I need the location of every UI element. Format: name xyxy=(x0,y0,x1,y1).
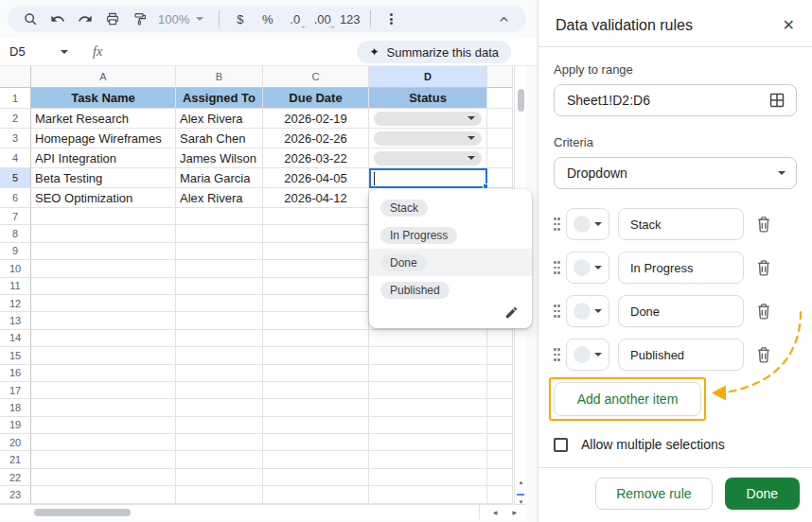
row-header-11[interactable]: 11 xyxy=(0,278,31,295)
empty-cell[interactable] xyxy=(263,469,369,486)
empty-cell[interactable] xyxy=(369,434,487,451)
row-header-14[interactable]: 14 xyxy=(0,330,31,347)
empty-cell[interactable] xyxy=(31,330,176,347)
row-header-3[interactable]: 3 xyxy=(0,129,31,148)
empty-cell[interactable] xyxy=(176,347,263,364)
drag-handle-icon[interactable] xyxy=(554,303,561,319)
delete-item-icon[interactable] xyxy=(756,216,771,233)
empty-cell[interactable] xyxy=(31,382,176,399)
drag-handle-icon[interactable] xyxy=(554,216,561,232)
empty-cell[interactable] xyxy=(487,469,513,486)
print-icon[interactable] xyxy=(99,7,125,31)
empty-cell[interactable] xyxy=(176,486,263,503)
row-header-16[interactable]: 16 xyxy=(0,365,31,382)
row-header-9[interactable]: 9 xyxy=(0,243,31,260)
empty-cell[interactable] xyxy=(263,365,369,382)
empty-cell[interactable] xyxy=(31,469,176,486)
row-header-2[interactable]: 2 xyxy=(0,109,31,129)
remove-rule-button[interactable]: Remove rule xyxy=(595,478,712,510)
name-box[interactable]: D5 xyxy=(0,44,72,59)
task-cell[interactable]: Market Research xyxy=(31,109,176,129)
scroll-up-icon[interactable]: ▲ xyxy=(515,479,527,485)
item-color-dropdown[interactable] xyxy=(566,252,609,284)
decrease-decimal-button[interactable]: .0 ← xyxy=(282,7,308,31)
empty-cell[interactable] xyxy=(263,434,369,451)
option-chip[interactable]: Published xyxy=(380,282,450,299)
status-cell[interactable] xyxy=(369,148,487,168)
row-header-23[interactable]: 23 xyxy=(0,486,31,503)
header-cell[interactable]: Task Name xyxy=(31,88,176,109)
empty-cell[interactable] xyxy=(263,417,369,434)
dropdown-option-stack[interactable]: Stack xyxy=(369,194,532,221)
empty-cell[interactable] xyxy=(263,243,369,260)
empty-cell[interactable] xyxy=(31,417,176,434)
column-header-d[interactable]: D xyxy=(369,66,487,88)
row-header-19[interactable]: 19 xyxy=(0,417,31,434)
add-another-item-button[interactable]: Add another item xyxy=(554,382,701,416)
column-header-b[interactable]: B xyxy=(176,66,263,88)
item-color-dropdown[interactable] xyxy=(566,208,609,240)
redo-icon[interactable] xyxy=(72,7,97,31)
empty-cell[interactable] xyxy=(263,208,369,225)
empty-cell[interactable] xyxy=(487,399,513,416)
row-header-13[interactable]: 13 xyxy=(0,312,31,329)
empty-cell[interactable] xyxy=(487,148,513,168)
empty-cell[interactable] xyxy=(487,434,513,451)
undo-icon[interactable] xyxy=(44,7,70,31)
empty-cell[interactable] xyxy=(31,260,176,277)
row-header-17[interactable]: 17 xyxy=(0,382,31,399)
status-cell[interactable] xyxy=(369,109,487,129)
empty-cell[interactable] xyxy=(263,312,369,329)
edit-pencil-icon[interactable] xyxy=(504,305,519,320)
delete-item-icon[interactable] xyxy=(756,346,771,363)
row-header-12[interactable]: 12 xyxy=(0,295,31,312)
dropdown-option-in-progress[interactable]: In Progress xyxy=(369,221,532,249)
more-formats-button[interactable]: 123 xyxy=(337,7,362,31)
empty-cell[interactable] xyxy=(176,451,263,468)
due-date-cell[interactable]: 2026-04-05 xyxy=(263,168,369,188)
column-header-c[interactable]: C xyxy=(263,66,369,88)
due-date-cell[interactable]: 2026-02-26 xyxy=(263,129,369,148)
empty-cell[interactable] xyxy=(31,434,176,451)
item-name-input[interactable]: Stack xyxy=(618,208,744,240)
empty-cell[interactable] xyxy=(176,243,263,260)
empty-cell[interactable] xyxy=(369,365,487,382)
increase-decimal-button[interactable]: .00 → xyxy=(309,7,335,31)
empty-cell[interactable] xyxy=(176,417,263,434)
empty-cell[interactable] xyxy=(31,399,176,416)
paint-format-icon[interactable] xyxy=(127,7,152,31)
checkbox[interactable] xyxy=(554,438,568,452)
empty-cell[interactable] xyxy=(176,295,263,312)
task-cell[interactable]: API Integration xyxy=(31,148,176,168)
empty-cell[interactable] xyxy=(31,225,176,242)
header-cell[interactable]: Status xyxy=(369,88,487,109)
option-chip[interactable]: Done xyxy=(380,254,427,271)
item-name-input[interactable]: Published xyxy=(618,339,744,371)
horizontal-scrollbar-thumb[interactable] xyxy=(34,509,131,516)
empty-cell[interactable] xyxy=(487,330,513,347)
scroll-left-icon[interactable]: ◀ xyxy=(493,509,498,515)
empty-cell[interactable] xyxy=(487,168,513,188)
item-color-dropdown[interactable] xyxy=(566,295,609,327)
empty-cell[interactable] xyxy=(369,486,487,503)
empty-cell[interactable] xyxy=(263,225,369,242)
row-header-22[interactable]: 22 xyxy=(0,469,31,486)
item-name-input[interactable]: Done xyxy=(618,295,744,327)
empty-cell[interactable] xyxy=(369,330,487,347)
option-chip[interactable]: Stack xyxy=(380,200,428,217)
empty-cell[interactable] xyxy=(369,417,487,434)
empty-cell[interactable] xyxy=(176,278,263,295)
empty-cell[interactable] xyxy=(176,260,263,277)
empty-cell[interactable] xyxy=(176,225,263,242)
grid-corner[interactable] xyxy=(0,66,31,88)
assigned-cell[interactable]: Alex Rivera xyxy=(176,188,263,208)
row-header-18[interactable]: 18 xyxy=(0,399,31,416)
row-header-15[interactable]: 15 xyxy=(0,347,31,364)
empty-cell[interactable] xyxy=(31,347,176,364)
empty-cell[interactable] xyxy=(263,295,369,312)
empty-cell[interactable] xyxy=(176,330,263,347)
delete-item-icon[interactable] xyxy=(756,303,771,320)
empty-cell[interactable] xyxy=(263,260,369,277)
row-header-1[interactable]: 1 xyxy=(0,88,31,109)
status-dropdown-chip[interactable] xyxy=(374,112,482,126)
